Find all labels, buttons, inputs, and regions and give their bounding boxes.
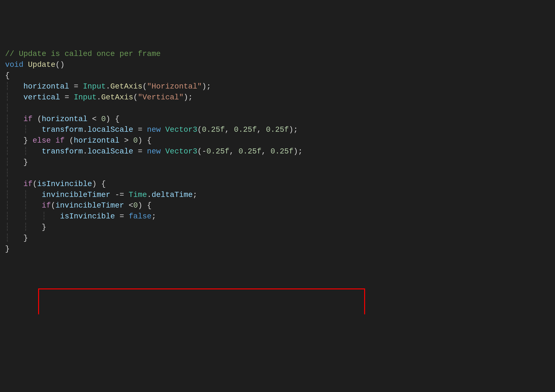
variable: isInvincible bbox=[60, 212, 115, 221]
paren: ( bbox=[142, 82, 147, 91]
operator: = bbox=[133, 126, 147, 134]
code-editor[interactable]: // Update is called once per frame void … bbox=[5, 49, 550, 254]
indent-guide: ┆ ┆ bbox=[5, 126, 42, 134]
variable: invincibleTimer bbox=[42, 191, 110, 199]
variable: horizontal bbox=[42, 115, 88, 123]
keyword-void: void bbox=[5, 60, 23, 69]
indent-guide: ┆ bbox=[5, 93, 23, 102]
paren: ( bbox=[33, 115, 42, 123]
indent-guide: ┆ ┆ bbox=[5, 201, 42, 210]
indent-guide: ┆ ┆ bbox=[5, 147, 42, 156]
string-literal: "Horizontal" bbox=[147, 82, 202, 91]
close-brace: } bbox=[5, 245, 10, 253]
indent-guide: ┆ bbox=[5, 180, 23, 188]
object: transform bbox=[42, 147, 83, 156]
end: ); bbox=[293, 147, 303, 156]
type-name: Vector3 bbox=[165, 147, 197, 156]
method-name: Update bbox=[28, 60, 55, 69]
property: localScale bbox=[88, 126, 133, 134]
close-brace: } bbox=[23, 234, 28, 243]
object: transform bbox=[42, 126, 83, 134]
highlight-annotation bbox=[38, 288, 365, 314]
keyword-if: if bbox=[23, 115, 33, 123]
paren: ( bbox=[133, 93, 138, 102]
end: ) { bbox=[106, 115, 119, 123]
keyword-if: if bbox=[23, 180, 33, 188]
class-name: Input bbox=[74, 93, 97, 102]
paren: ( bbox=[51, 201, 55, 210]
end: ); bbox=[289, 126, 298, 134]
comma: , bbox=[257, 126, 266, 134]
indent-guide: ┆ bbox=[5, 234, 23, 243]
property: localScale bbox=[88, 147, 133, 156]
end: ); bbox=[183, 93, 193, 102]
dot: . bbox=[97, 93, 101, 102]
end: ; bbox=[152, 212, 156, 221]
parentheses: () bbox=[55, 60, 65, 69]
variable: vertical bbox=[23, 93, 60, 102]
space bbox=[161, 126, 165, 134]
indent-guide: ┆ ┆ bbox=[5, 223, 42, 232]
end: ); bbox=[202, 82, 211, 91]
comma: , bbox=[225, 126, 234, 134]
number: 0.25f bbox=[266, 126, 289, 134]
method-call: GetAxis bbox=[110, 82, 143, 91]
class-name: Time bbox=[129, 191, 147, 199]
indent-guide: ┆ bbox=[5, 115, 23, 123]
close-brace: } bbox=[23, 158, 28, 167]
number: 0 bbox=[101, 115, 106, 123]
operator: = bbox=[69, 82, 83, 91]
number: 0.25f bbox=[202, 126, 225, 134]
variable: isInvincible bbox=[37, 180, 92, 188]
indent-guide: ┆ ┆ ┆ bbox=[5, 212, 60, 221]
variable: invincibleTimer bbox=[55, 201, 124, 210]
variable: horizontal bbox=[74, 136, 119, 145]
indent-guide: ┆ ┆ bbox=[5, 191, 42, 199]
paren: ( bbox=[33, 180, 37, 188]
comma: , bbox=[229, 147, 239, 156]
indent-guide: ┆ bbox=[5, 158, 23, 167]
end: ) { bbox=[138, 201, 151, 210]
variable: horizontal bbox=[23, 82, 69, 91]
comma: , bbox=[261, 147, 270, 156]
indent-guide: ┆ bbox=[5, 104, 10, 112]
keyword-if: if bbox=[42, 201, 51, 210]
close-brace: } bbox=[23, 136, 28, 145]
comment-line: // Update is called once per frame bbox=[5, 50, 161, 58]
operator: = bbox=[115, 212, 128, 221]
paren: (- bbox=[197, 147, 207, 156]
number: 0.25f bbox=[238, 147, 261, 156]
string-literal: "Vertical" bbox=[138, 93, 183, 102]
end: ; bbox=[193, 191, 197, 199]
operator: = bbox=[60, 93, 74, 102]
number: 0.25f bbox=[207, 147, 229, 156]
type-name: Vector3 bbox=[165, 126, 197, 134]
operator: < bbox=[88, 115, 101, 123]
number: 0 bbox=[133, 136, 138, 145]
operator: -= bbox=[110, 191, 129, 199]
keyword-else-if: else if bbox=[28, 136, 65, 145]
dot: . bbox=[106, 82, 110, 91]
keyword-false: false bbox=[129, 212, 152, 221]
end: ) { bbox=[138, 136, 151, 145]
number: 0 bbox=[133, 201, 138, 210]
dot: . bbox=[83, 126, 88, 134]
keyword-new: new bbox=[147, 147, 161, 156]
dot: . bbox=[83, 147, 88, 156]
indent-guide: ┆ bbox=[5, 82, 23, 91]
class-name: Input bbox=[83, 82, 106, 91]
end: ) { bbox=[92, 180, 106, 188]
number: 0.25f bbox=[234, 126, 257, 134]
paren: ( bbox=[65, 136, 74, 145]
space bbox=[161, 147, 165, 156]
indent-guide: ┆ bbox=[5, 169, 10, 178]
operator: > bbox=[119, 136, 133, 145]
dot: . bbox=[147, 191, 152, 199]
keyword-new: new bbox=[147, 126, 161, 134]
paren: ( bbox=[197, 126, 202, 134]
open-brace: { bbox=[5, 71, 10, 80]
method-call: GetAxis bbox=[101, 93, 133, 102]
property: deltaTime bbox=[152, 191, 193, 199]
number: 0.25f bbox=[270, 147, 293, 156]
close-brace: } bbox=[42, 223, 46, 232]
